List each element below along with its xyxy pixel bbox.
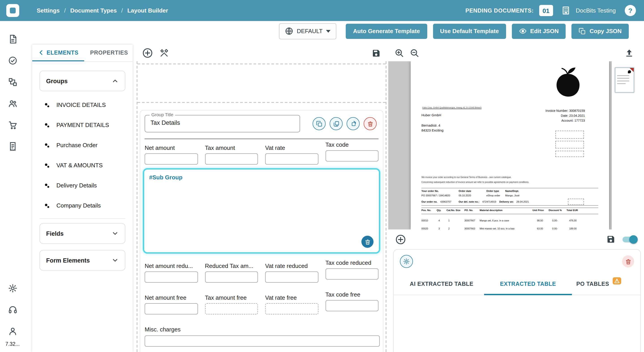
order-value: Mango, José — [505, 194, 520, 197]
group-title-field[interactable]: Group Title Tax Details — [145, 115, 300, 132]
group-item-vat-amounts[interactable]: VAT & AMOUNTS — [32, 155, 132, 175]
pending-documents-badge[interactable]: 01 — [539, 5, 553, 16]
tab-extracted-table[interactable]: EXTRACTED TABLE — [484, 274, 572, 295]
form-elements-accordion[interactable]: Form Elements — [40, 250, 126, 271]
items-header: Total EUR — [566, 209, 578, 211]
delivery-label: Delivery on: — [499, 200, 514, 203]
field-input[interactable] — [205, 272, 258, 283]
table-settings-button[interactable] — [400, 255, 413, 268]
field-input[interactable] — [325, 150, 378, 162]
field-highlight-box[interactable] — [568, 198, 584, 205]
app-logo[interactable] — [0, 4, 25, 17]
tools-icon[interactable] — [160, 48, 169, 58]
field-input[interactable] — [265, 272, 318, 283]
documents-icon[interactable] — [8, 34, 17, 44]
our-order-value: 43963707 — [440, 200, 452, 203]
field-tax-amount-free: Tax amount free — [205, 294, 258, 315]
group-item-label: PAYMENT DETAILS — [56, 122, 109, 128]
items-header: Cat.No. Size — [446, 209, 460, 211]
breadcrumb-layout-builder[interactable]: Layout Builder — [128, 7, 168, 14]
duplicate-group-button[interactable] — [312, 117, 326, 130]
field-input[interactable] — [145, 336, 380, 347]
save-table-icon[interactable] — [606, 235, 615, 244]
order-header: Name/Dept. — [505, 190, 519, 192]
group-item-invoice-details[interactable]: INVOICE DETAILS — [32, 95, 132, 115]
edit-json-button[interactable]: Edit JSON — [512, 23, 566, 39]
group-dots-icon — [44, 163, 50, 168]
field-highlight-box[interactable] — [555, 151, 584, 157]
field-label: Tax amount — [205, 145, 258, 151]
fields-accordion[interactable]: Fields — [40, 223, 126, 244]
invoices-icon[interactable] — [8, 142, 17, 151]
zoom-out-icon[interactable] — [410, 48, 419, 58]
field-label: Net amount free — [145, 294, 198, 301]
users-icon[interactable] — [8, 99, 17, 108]
tab-ai-extracted-table[interactable]: AI EXTRACTED TABLE — [399, 274, 484, 295]
document-preview[interactable]: Fake Corp. GmbH Qualitätsmangos, Imweg 4… — [388, 61, 612, 229]
app-version: 7.32... — [5, 341, 20, 347]
purchase-orders-icon[interactable] — [8, 120, 17, 130]
add-group-icon[interactable] — [142, 48, 153, 58]
field-label: Vat rate free — [265, 294, 318, 301]
invoice-page: Fake Corp. GmbH Qualitätsmangos, Imweg 4… — [411, 61, 609, 229]
empty-drop-zone[interactable] — [138, 63, 386, 103]
panel-divider — [40, 218, 126, 219]
group-item-payment-details[interactable]: PAYMENT DETAILS — [32, 115, 132, 135]
sub-group-label: #Sub Group — [149, 174, 182, 181]
template-select[interactable]: DEFAULT — [279, 23, 336, 39]
tab-po-tables[interactable]: PO TABLES — [572, 274, 626, 295]
thumb-line — [617, 75, 629, 76]
zoom-in-icon[interactable] — [394, 48, 404, 58]
groups-accordion[interactable]: Groups — [40, 71, 126, 91]
group-dots-icon — [44, 143, 50, 148]
validation-icon[interactable] — [8, 56, 17, 65]
field-input[interactable] — [265, 154, 318, 165]
sub-group-delete-button[interactable] — [362, 236, 374, 248]
tables-toolbar — [388, 229, 644, 249]
page-thumbnail-1[interactable] — [615, 68, 634, 93]
field-label: Vat rate reduced — [265, 263, 318, 269]
field-input[interactable] — [205, 303, 258, 315]
thumb-line — [617, 78, 629, 79]
group-title-floating-label: Group Title — [150, 112, 175, 117]
field-input[interactable] — [325, 300, 378, 311]
field-input[interactable] — [145, 272, 198, 283]
breadcrumb-document-types[interactable]: Document Types — [70, 7, 117, 14]
field-input[interactable] — [265, 303, 318, 315]
tab-elements-label: ELEMENTS — [46, 49, 78, 56]
group-item-company-details[interactable]: Company Details — [32, 195, 132, 216]
help-button[interactable]: ? — [625, 5, 636, 16]
table-mode-toggle[interactable] — [622, 236, 637, 242]
delete-group-button[interactable] — [364, 117, 377, 130]
settings-gear-icon[interactable] — [8, 284, 17, 293]
canvas-toolbar — [136, 45, 386, 61]
breadcrumb-settings[interactable]: Settings — [37, 7, 60, 14]
field-input[interactable] — [145, 303, 198, 315]
group-divider — [145, 139, 378, 139]
upload-document-icon[interactable] — [624, 48, 634, 58]
group-item-delivery-details[interactable]: Delivery Details — [32, 175, 132, 195]
item-cell: 189,00 — [569, 227, 576, 229]
delete-table-button[interactable] — [622, 255, 634, 267]
organization-name[interactable]: DocBits Testing — [576, 7, 616, 14]
sub-group-selected[interactable]: #Sub Group — [143, 168, 380, 254]
use-default-template-button[interactable]: Use Default Template — [433, 23, 506, 39]
support-headset-icon[interactable] — [8, 305, 17, 315]
group-item-purchase-order[interactable]: Purchase Order — [32, 135, 132, 155]
refresh-group-button[interactable] — [347, 117, 360, 130]
copy-structure-button[interactable] — [330, 117, 342, 130]
field-input[interactable] — [205, 154, 258, 165]
auto-generate-template-button[interactable]: Auto Generate Template — [346, 23, 427, 39]
field-highlight-box[interactable] — [555, 131, 584, 139]
field-input[interactable] — [325, 268, 378, 280]
profile-icon[interactable] — [8, 327, 17, 336]
tab-properties[interactable]: PROPERTIES — [84, 45, 134, 61]
tab-elements[interactable]: ELEMENTS — [32, 45, 84, 61]
copy-json-button[interactable]: Copy JSON — [572, 23, 629, 39]
field-input[interactable] — [145, 154, 198, 165]
save-layout-icon[interactable] — [372, 48, 381, 57]
group-dots-icon — [44, 183, 50, 188]
add-table-icon[interactable] — [396, 234, 406, 244]
workflow-icon[interactable] — [8, 77, 17, 87]
field-highlight-box[interactable] — [555, 141, 584, 149]
